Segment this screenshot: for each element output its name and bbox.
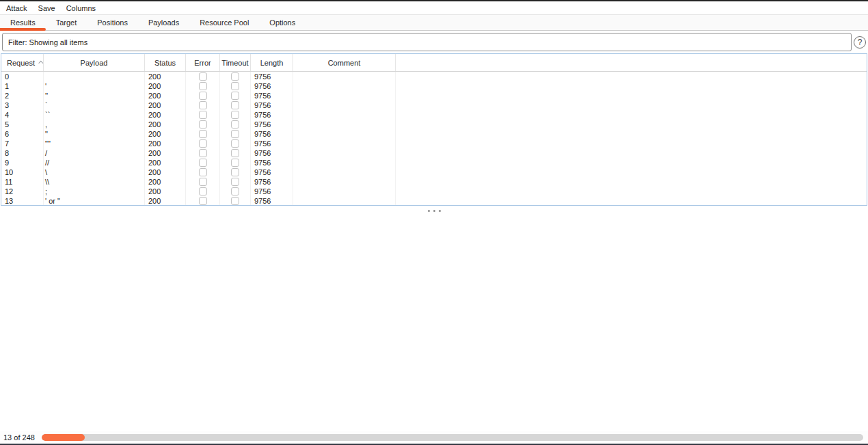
cell-timeout bbox=[220, 196, 251, 205]
table-row[interactable]: 7""2009756 bbox=[1, 139, 867, 148]
tab-options[interactable]: Options bbox=[259, 15, 306, 30]
help-icon[interactable]: ? bbox=[854, 36, 866, 49]
column-header-timeout[interactable]: Timeout bbox=[220, 54, 251, 71]
cell-error bbox=[186, 72, 220, 81]
cell-filler bbox=[396, 110, 867, 120]
pane-splitter[interactable] bbox=[0, 206, 868, 216]
error-checkbox[interactable] bbox=[199, 92, 207, 100]
cell-timeout bbox=[220, 72, 251, 81]
timeout-checkbox[interactable] bbox=[231, 101, 239, 109]
table-row[interactable]: 2''2009756 bbox=[1, 91, 867, 100]
column-header-request[interactable]: Request bbox=[1, 54, 44, 71]
tab-results[interactable]: Results bbox=[0, 15, 46, 30]
table-row[interactable]: 12;2009756 bbox=[1, 187, 867, 196]
error-checkbox[interactable] bbox=[199, 168, 207, 176]
error-checkbox[interactable] bbox=[199, 139, 207, 148]
column-header-comment[interactable]: Comment bbox=[293, 54, 396, 71]
cell-status: 200 bbox=[145, 91, 186, 100]
cell-status: 200 bbox=[145, 167, 186, 177]
menu-columns[interactable]: Columns bbox=[61, 4, 101, 12]
tab-payloads[interactable]: Payloads bbox=[138, 15, 189, 30]
error-checkbox[interactable] bbox=[199, 120, 207, 129]
error-checkbox[interactable] bbox=[199, 159, 207, 167]
table-row[interactable]: 13' or "2009756 bbox=[1, 196, 867, 205]
menu-save[interactable]: Save bbox=[33, 4, 61, 12]
cell-error bbox=[186, 196, 220, 205]
cell-comment bbox=[293, 100, 396, 110]
cell-filler bbox=[396, 177, 867, 187]
cell-comment bbox=[293, 110, 396, 120]
timeout-checkbox[interactable] bbox=[231, 159, 239, 167]
timeout-checkbox[interactable] bbox=[231, 187, 239, 195]
timeout-checkbox[interactable] bbox=[231, 72, 239, 81]
timeout-checkbox[interactable] bbox=[231, 82, 239, 90]
cell-error bbox=[186, 100, 220, 110]
error-checkbox[interactable] bbox=[199, 149, 207, 157]
cell-payload: // bbox=[44, 158, 145, 167]
table-row[interactable]: 6"2009756 bbox=[1, 129, 867, 139]
error-checkbox[interactable] bbox=[199, 178, 207, 186]
timeout-checkbox[interactable] bbox=[231, 130, 239, 138]
cell-status: 200 bbox=[145, 120, 186, 129]
error-checkbox[interactable] bbox=[199, 72, 207, 81]
error-checkbox[interactable] bbox=[199, 130, 207, 138]
table-row[interactable]: 1'2009756 bbox=[1, 81, 867, 91]
table-row[interactable]: 11\\2009756 bbox=[1, 177, 867, 187]
column-header-filler bbox=[396, 54, 867, 71]
menu-attack[interactable]: Attack bbox=[1, 4, 33, 12]
cell-length: 9756 bbox=[251, 91, 293, 100]
timeout-checkbox[interactable] bbox=[231, 111, 239, 119]
cell-filler bbox=[396, 196, 867, 205]
cell-filler bbox=[396, 167, 867, 177]
error-checkbox[interactable] bbox=[199, 187, 207, 195]
table-row[interactable]: 9//2009756 bbox=[1, 158, 867, 167]
cell-error bbox=[186, 187, 220, 196]
progress-bar-fill bbox=[42, 434, 85, 441]
table-row[interactable]: 3`2009756 bbox=[1, 100, 867, 110]
progress-count-label: 13 of 248 bbox=[3, 433, 35, 442]
timeout-checkbox[interactable] bbox=[231, 139, 239, 148]
filter-text: Filter: Showing all items bbox=[8, 38, 87, 46]
intruder-attack-window: AttackSaveColumns ResultsTargetPositions… bbox=[0, 0, 868, 445]
cell-status: 200 bbox=[145, 196, 186, 205]
tab-positions[interactable]: Positions bbox=[87, 15, 138, 30]
error-checkbox[interactable] bbox=[199, 82, 207, 90]
cell-length: 9756 bbox=[251, 129, 293, 139]
table-row[interactable]: 10\2009756 bbox=[1, 167, 867, 177]
timeout-checkbox[interactable] bbox=[231, 120, 239, 129]
column-header-label: Error bbox=[194, 59, 211, 67]
timeout-checkbox[interactable] bbox=[231, 92, 239, 100]
column-header-label: Timeout bbox=[221, 59, 248, 67]
cell-payload: \\ bbox=[44, 177, 145, 187]
table-row[interactable]: 4``2009756 bbox=[1, 110, 867, 120]
cell-error bbox=[186, 148, 220, 158]
cell-comment bbox=[293, 129, 396, 139]
column-header-payload[interactable]: Payload bbox=[44, 54, 145, 71]
table-row[interactable]: 5,2009756 bbox=[1, 120, 867, 129]
cell-filler bbox=[396, 187, 867, 196]
tab-target[interactable]: Target bbox=[46, 15, 87, 30]
table-row[interactable]: 8/2009756 bbox=[1, 148, 867, 158]
cell-filler bbox=[396, 129, 867, 139]
error-checkbox[interactable] bbox=[199, 101, 207, 109]
error-checkbox[interactable] bbox=[199, 111, 207, 119]
timeout-checkbox[interactable] bbox=[231, 168, 239, 176]
column-header-length[interactable]: Length bbox=[251, 54, 293, 71]
filter-box[interactable]: Filter: Showing all items bbox=[2, 33, 852, 51]
timeout-checkbox[interactable] bbox=[231, 178, 239, 186]
timeout-checkbox[interactable] bbox=[231, 197, 239, 205]
cell-payload: " bbox=[44, 129, 145, 139]
progress-bar bbox=[42, 434, 863, 441]
cell-status: 200 bbox=[145, 110, 186, 120]
cell-comment bbox=[293, 167, 396, 177]
cell-filler bbox=[396, 158, 867, 167]
splitter-dot bbox=[433, 210, 435, 212]
tab-resource-pool[interactable]: Resource Pool bbox=[189, 15, 259, 30]
table-row[interactable]: 02009756 bbox=[1, 72, 867, 81]
column-header-status[interactable]: Status bbox=[145, 54, 186, 71]
timeout-checkbox[interactable] bbox=[231, 149, 239, 157]
column-header-error[interactable]: Error bbox=[186, 54, 220, 71]
error-checkbox[interactable] bbox=[199, 197, 207, 205]
cell-comment bbox=[293, 81, 396, 91]
cell-length: 9756 bbox=[251, 167, 293, 177]
